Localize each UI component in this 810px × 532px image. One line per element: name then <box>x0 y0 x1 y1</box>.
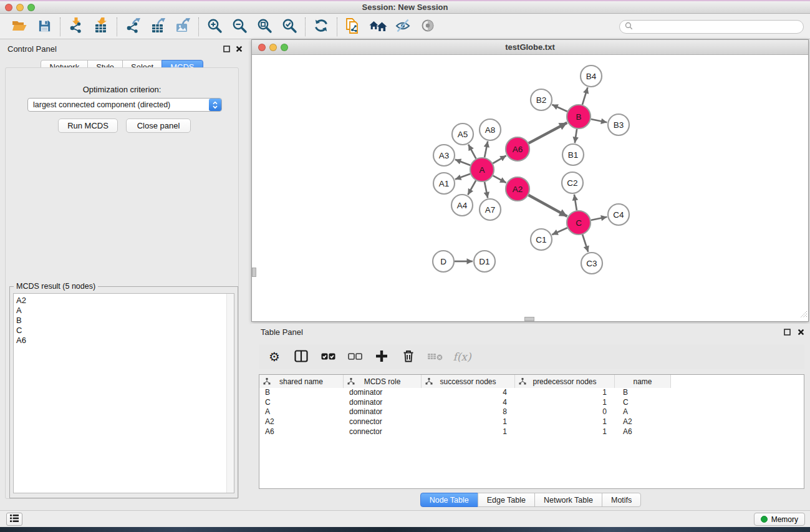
zoom-fit-button[interactable] <box>254 17 274 37</box>
network-zoom-button[interactable] <box>281 44 288 51</box>
mcds-result-item[interactable]: A2 <box>14 296 234 306</box>
graph-node-B[interactable]: B <box>567 105 591 128</box>
graph-node-A5[interactable]: A5 <box>452 123 473 145</box>
task-history-button[interactable] <box>6 513 22 526</box>
graph-node-A4[interactable]: A4 <box>451 195 473 216</box>
graph-node-B3[interactable]: B3 <box>608 114 629 135</box>
graph-node-C3[interactable]: C3 <box>581 253 602 274</box>
table-row[interactable]: Cdominator41C <box>259 398 804 408</box>
table-cell[interactable]: connector <box>344 427 422 437</box>
graph-edge-A6-B[interactable] <box>529 123 567 143</box>
graph-node-A[interactable]: A <box>470 158 494 181</box>
graph-node-A7[interactable]: A7 <box>480 199 501 220</box>
close-window-button[interactable] <box>5 4 12 11</box>
graph-edge-B-B3[interactable] <box>591 119 607 122</box>
graph-node-A1[interactable]: A1 <box>433 173 455 194</box>
column-header-MCDS-role[interactable]: MCDS role <box>344 375 422 388</box>
graph-edge-C-C2[interactable] <box>574 195 577 210</box>
gear-button[interactable]: ⚙ <box>265 347 284 366</box>
graph-node-C[interactable]: C <box>567 211 591 235</box>
table-cell[interactable]: C <box>615 398 671 408</box>
column-header-predecessor-nodes[interactable]: predecessor nodes <box>515 375 615 388</box>
tab-edge-table[interactable]: Edge Table <box>478 493 535 507</box>
table-cell[interactable]: 1 <box>515 427 615 437</box>
search-input[interactable] <box>636 22 798 31</box>
graph-edge-A-A6[interactable] <box>493 156 506 164</box>
delete-column-button[interactable] <box>399 347 418 366</box>
column-header-name[interactable]: name <box>615 375 671 388</box>
graph-edge-A2-C[interactable] <box>529 195 567 216</box>
column-header-successor-nodes[interactable]: successor nodes <box>422 375 515 388</box>
search-box[interactable] <box>619 20 804 34</box>
graph-node-A3[interactable]: A3 <box>433 145 455 166</box>
export-table-button[interactable] <box>148 17 168 37</box>
control-panel-close-icon[interactable] <box>234 44 243 53</box>
graph-edge-A-A8[interactable] <box>485 142 488 158</box>
minimize-window-button[interactable] <box>16 4 24 11</box>
table-cell[interactable]: B <box>259 388 344 398</box>
table-cell[interactable]: 1 <box>515 417 615 427</box>
mcds-result-item[interactable]: C <box>14 326 234 336</box>
mcds-result-list[interactable]: A2ABCA6 <box>13 293 234 493</box>
columns-button[interactable] <box>292 347 311 366</box>
mcds-result-item[interactable]: A <box>14 306 234 316</box>
graph-edge-A-A1[interactable] <box>455 174 470 180</box>
table-panel-float-icon[interactable] <box>783 327 791 336</box>
graph-edge-A-A3[interactable] <box>455 160 471 165</box>
table-row[interactable]: A6connector11A6 <box>259 427 804 437</box>
graph-edge-B-B2[interactable] <box>552 105 567 112</box>
table-cell[interactable]: B <box>615 388 671 398</box>
graph-edge-B-B1[interactable] <box>575 129 577 143</box>
graph-node-D[interactable]: D <box>433 251 454 272</box>
graph-edge-A-A2[interactable] <box>493 176 506 183</box>
refresh-layout-button[interactable] <box>311 17 331 37</box>
select-all-button[interactable] <box>319 347 337 366</box>
graph-node-C2[interactable]: C2 <box>562 172 583 193</box>
tab-network-table[interactable]: Network Table <box>534 493 602 507</box>
tab-motifs[interactable]: Motifs <box>602 493 641 507</box>
table-row[interactable]: A2connector11A2 <box>259 417 804 427</box>
table-cell[interactable]: 8 <box>422 407 515 417</box>
zoom-in-button[interactable] <box>205 17 224 37</box>
tab-node-table[interactable]: Node Table <box>420 493 478 507</box>
table-cell[interactable]: A6 <box>259 427 344 437</box>
hide-graphics-details-button[interactable] <box>393 17 413 37</box>
table-row[interactable]: Bdominator41B <box>259 388 804 398</box>
control-panel-float-icon[interactable] <box>222 44 231 53</box>
graph-node-B2[interactable]: B2 <box>531 89 552 110</box>
birdseye-view-button[interactable] <box>418 17 438 37</box>
mcds-result-item[interactable]: A6 <box>14 336 234 346</box>
graph-node-A6[interactable]: A6 <box>506 137 529 161</box>
table-cell[interactable]: 1 <box>515 388 615 398</box>
export-network-button[interactable] <box>123 17 143 37</box>
table-cell[interactable]: 4 <box>422 398 515 408</box>
table-cell[interactable]: 1 <box>515 398 615 408</box>
zoom-window-button[interactable] <box>27 4 35 11</box>
import-table-button[interactable] <box>91 17 111 37</box>
graph-node-B1[interactable]: B1 <box>562 144 584 165</box>
criterion-select[interactable]: largest connected component (directed) <box>27 98 222 112</box>
graph-edge-A-A5[interactable] <box>468 145 476 159</box>
table-cell[interactable]: A6 <box>615 427 671 437</box>
zoom-out-button[interactable] <box>229 17 249 37</box>
open-session-button[interactable] <box>9 17 29 37</box>
table-cell[interactable]: A <box>259 407 344 417</box>
graph-node-B4[interactable]: B4 <box>581 65 602 87</box>
resize-grip[interactable] <box>800 309 808 321</box>
table-cell[interactable]: dominator <box>344 407 422 417</box>
graph-edge-A-A7[interactable] <box>485 182 488 198</box>
table-cell[interactable]: dominator <box>344 388 422 398</box>
run-mcds-button[interactable]: Run MCDS <box>58 118 118 133</box>
column-header-shared-name[interactable]: shared name <box>259 375 344 388</box>
network-minimize-button[interactable] <box>269 44 277 51</box>
table-cell[interactable]: 1 <box>422 417 515 427</box>
deselect-all-button[interactable] <box>345 347 364 366</box>
graph-node-D1[interactable]: D1 <box>474 251 495 272</box>
table-cell[interactable]: A2 <box>259 417 344 427</box>
add-column-button[interactable] <box>372 347 391 366</box>
table-cell[interactable]: dominator <box>344 398 422 408</box>
v-scrollbar-thumb[interactable] <box>252 268 256 277</box>
graph-node-A2[interactable]: A2 <box>506 177 529 201</box>
save-session-button[interactable] <box>34 17 54 37</box>
network-close-button[interactable] <box>258 44 266 51</box>
